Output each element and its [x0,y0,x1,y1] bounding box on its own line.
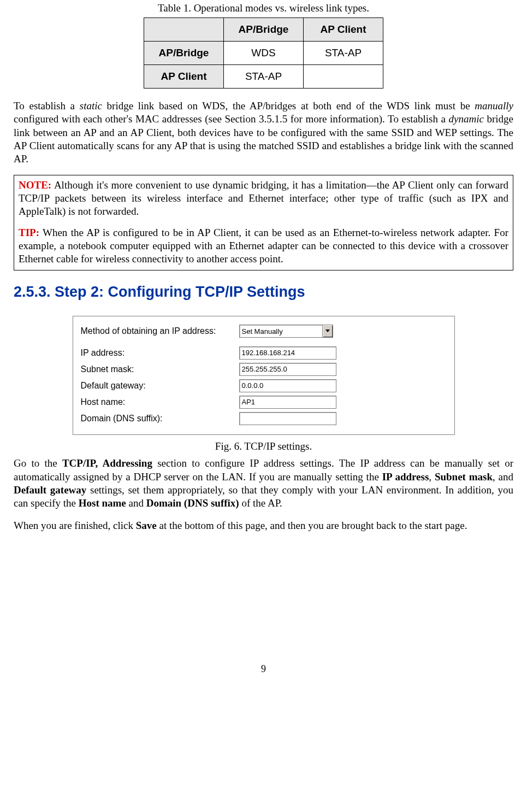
tip-label: TIP: [19,227,39,238]
method-label: Method of obtaining an IP address: [81,326,239,336]
figure-caption: Fig. 6. TCP/IP settings. [14,440,513,452]
dropdown-arrow-icon[interactable] [322,325,333,337]
cell-2-1: STA-AP [224,65,304,89]
mask-input[interactable]: 255.255.255.0 [239,363,336,376]
note-paragraph: NOTE: Although it's more convenient to u… [19,179,508,219]
mask-label: Subnet mask: [81,364,239,374]
ip-input[interactable]: 192.168.168.214 [239,346,336,360]
note-label: NOTE: [19,179,51,191]
cell-1-2: STA-AP [304,42,383,65]
method-select-value: Set Manually [240,327,322,336]
modes-table: AP/Bridge AP Client AP/Bridge WDS STA-AP… [144,17,383,89]
row-header-1: AP/Bridge [144,42,224,65]
svg-marker-0 [325,329,330,332]
section-heading: 2.5.3. Step 2: Configuring TCP/IP Settin… [14,284,513,301]
paragraph-goto: Go to the TCP/IP, Addressing section to … [14,457,513,510]
method-select[interactable]: Set Manually [239,325,333,338]
gateway-input[interactable]: 0.0.0.0 [239,379,336,392]
tcpip-form-panel: Method of obtaining an IP address: Set M… [73,316,455,435]
row-header-2: AP Client [144,65,224,89]
domain-input[interactable] [239,412,336,425]
cell-2-2 [304,65,383,89]
cell-1-1: WDS [224,42,304,65]
col-header-2: AP Client [304,18,383,42]
tip-paragraph: TIP: When the AP is configured to be in … [19,226,508,266]
col-header-1: AP/Bridge [224,18,304,42]
domain-label: Domain (DNS suffix): [81,414,239,423]
gateway-label: Default gateway: [81,381,239,391]
paragraph-static-dynamic: To establish a static bridge link based … [14,99,513,166]
paragraph-save: When you are finished, click Save at the… [14,519,513,532]
ip-label: IP address: [81,348,239,358]
note-tip-box: NOTE: Although it's more convenient to u… [14,175,513,271]
table-caption: Table 1. Operational modes vs. wireless … [14,2,513,14]
table-corner [144,18,224,42]
host-label: Host name: [81,397,239,407]
page-number: 9 [14,663,513,675]
host-input[interactable]: AP1 [239,396,336,409]
